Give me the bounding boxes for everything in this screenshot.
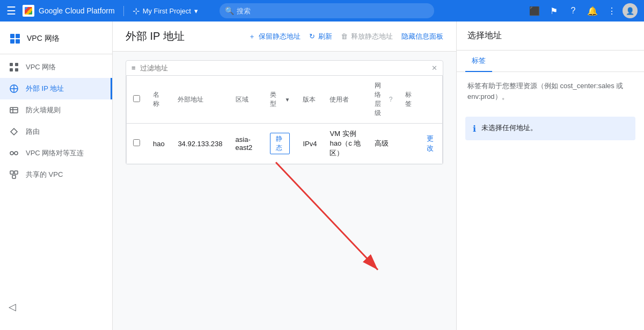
- right-icons: ⬛ ⚑ ? 🔔 ⋮ 👤: [526, 2, 638, 19]
- th-version: 版本: [296, 76, 323, 124]
- refresh-button[interactable]: ↻ 刷新: [309, 32, 332, 41]
- sidebar-label-vpc-peering: VPC 网络对等互连: [26, 148, 84, 158]
- sidebar-item-firewall[interactable]: 防火墙规则: [0, 99, 112, 121]
- sidebar-label-external-ip: 外部 IP 地址: [26, 84, 64, 94]
- panel-info-box: ℹ 未选择任何地址。: [465, 117, 635, 140]
- delete-icon: 🗑: [341, 32, 348, 40]
- release-address-button[interactable]: 🗑 释放静态地址: [341, 32, 393, 41]
- row-external-addr: 34.92.133.238: [171, 124, 229, 164]
- sidebar-label-firewall: 防火墙规则: [26, 105, 61, 115]
- svg-line-21: [276, 162, 378, 270]
- google-logo: [23, 5, 34, 17]
- table-header: 名称 外部地址 区域 类型: [127, 76, 443, 124]
- collapse-sidebar-btn[interactable]: ◁: [0, 295, 25, 319]
- svg-point-14: [10, 152, 13, 155]
- row-region: asia-east2: [229, 124, 264, 164]
- panel-tabs: 标签: [457, 51, 644, 72]
- google-logo-icon: [25, 7, 32, 15]
- support-icon[interactable]: ⚑: [545, 2, 562, 19]
- select-all-checkbox[interactable]: [133, 95, 140, 102]
- page-header: 外部 IP 地址 ＋ 保留静态地址 ↻ 刷新 🗑 释放静态地址 隐藏信息面板: [113, 21, 456, 52]
- info-icon: ℹ: [473, 124, 476, 134]
- sidebar-divider: [0, 54, 112, 54]
- vpc-network-icon: [9, 62, 19, 73]
- svg-rect-4: [10, 63, 13, 66]
- avatar[interactable]: 👤: [623, 3, 638, 18]
- external-ip-icon: [9, 83, 19, 94]
- filter-input[interactable]: [140, 64, 431, 72]
- refresh-icon: ↻: [309, 32, 315, 40]
- row-checkbox[interactable]: [133, 139, 140, 146]
- tier-help-icon[interactable]: ?: [389, 96, 393, 103]
- menu-icon[interactable]: ☰: [6, 4, 16, 17]
- sidebar: VPC 网络 VPC 网络 外部 IP: [0, 21, 113, 330]
- row-tier: 高级: [368, 124, 399, 164]
- chevron-down-icon: ▾: [194, 7, 198, 15]
- search-input[interactable]: [219, 3, 434, 18]
- row-name: hao: [147, 124, 171, 164]
- svg-rect-11: [10, 107, 18, 113]
- top-navigation: ☰ Google Cloud Platform ⊹ My First Proje…: [0, 0, 644, 21]
- search-icon: 🔍: [225, 6, 234, 15]
- filter-icon: ≡: [131, 64, 136, 72]
- page-title: 外部 IP 地址: [126, 29, 185, 44]
- type-badge: 静态: [270, 133, 290, 154]
- more-options-icon[interactable]: ⋮: [603, 2, 620, 19]
- row-action[interactable]: 更改: [420, 124, 443, 164]
- vpc-icon: [9, 32, 21, 45]
- terminal-icon[interactable]: ⬛: [526, 2, 543, 19]
- th-user: 使用者: [323, 76, 368, 124]
- select-all-header: [127, 76, 147, 124]
- sidebar-label-vpc-network: VPC 网络: [26, 62, 56, 72]
- clear-filter-icon[interactable]: ✕: [431, 64, 437, 72]
- svg-rect-6: [10, 68, 13, 71]
- ip-address-table: 名称 外部地址 区域 类型: [126, 76, 443, 164]
- reserve-address-button[interactable]: ＋ 保留静态地址: [248, 32, 301, 41]
- sort-icon: ▼: [285, 97, 290, 103]
- search-bar: 🔍: [219, 3, 434, 18]
- sidebar-header: VPC 网络: [0, 26, 112, 52]
- row-label: [399, 124, 420, 164]
- sidebar-label-routing: 路由: [26, 127, 40, 137]
- notifications-icon[interactable]: 🔔: [584, 2, 601, 19]
- help-icon[interactable]: ?: [565, 2, 582, 19]
- table-row: hao 34.92.133.238 asia-east2 静态 IPv4 VM …: [127, 124, 443, 164]
- right-panel-title: 选择地址: [457, 21, 644, 51]
- th-tier: 网络层级 ?: [368, 76, 399, 124]
- project-icon: ⊹: [133, 6, 140, 16]
- sidebar-item-routing[interactable]: 路由: [0, 121, 112, 142]
- app-body: VPC 网络 VPC 网络 外部 IP: [0, 21, 644, 330]
- svg-rect-17: [10, 171, 13, 174]
- sidebar-item-vpc-peering[interactable]: VPC 网络对等互连: [0, 142, 112, 164]
- svg-point-15: [14, 152, 18, 155]
- th-action: [420, 76, 443, 124]
- brand: Google Cloud Platform: [23, 5, 115, 17]
- svg-rect-1: [16, 34, 20, 38]
- annotation-arrow: [179, 157, 456, 291]
- svg-rect-5: [15, 63, 18, 66]
- sidebar-item-shared-vpc[interactable]: 共享的 VPC: [0, 164, 112, 185]
- sidebar-item-external-ip[interactable]: 外部 IP 地址: [0, 78, 112, 99]
- th-label: 标签: [399, 76, 420, 124]
- tab-labels[interactable]: 标签: [465, 51, 492, 72]
- filter-bar: ≡ ✕: [126, 60, 443, 76]
- firewall-icon: [9, 105, 19, 116]
- panel-info-text: 未选择任何地址。: [481, 123, 537, 133]
- project-selector[interactable]: ⊹ My First Project ▾: [123, 6, 198, 16]
- panel-description: 标签有助于您整理资源（例如 cost_center:sales 或 env:pr…: [457, 72, 644, 110]
- brand-name: Google Cloud Platform: [39, 6, 115, 15]
- row-checkbox-cell: [127, 124, 147, 164]
- header-actions: ＋ 保留静态地址 ↻ 刷新 🗑 释放静态地址 隐藏信息面板: [248, 32, 443, 41]
- row-type: 静态: [264, 124, 297, 164]
- right-panel: 选择地址 标签 标签有助于您整理资源（例如 cost_center:sales …: [456, 21, 644, 330]
- sidebar-item-vpc-network[interactable]: VPC 网络: [0, 56, 112, 78]
- hide-panel-link[interactable]: 隐藏信息面板: [401, 32, 443, 41]
- th-type[interactable]: 类型 ▼: [264, 76, 297, 124]
- table-section: ≡ ✕ 名称: [113, 52, 456, 330]
- table-body: hao 34.92.133.238 asia-east2 静态 IPv4 VM …: [127, 124, 443, 164]
- svg-rect-18: [14, 171, 18, 174]
- svg-rect-7: [15, 68, 18, 71]
- vpc-peering-icon: [9, 148, 19, 159]
- svg-rect-3: [16, 39, 20, 44]
- sidebar-title: VPC 网络: [27, 34, 60, 44]
